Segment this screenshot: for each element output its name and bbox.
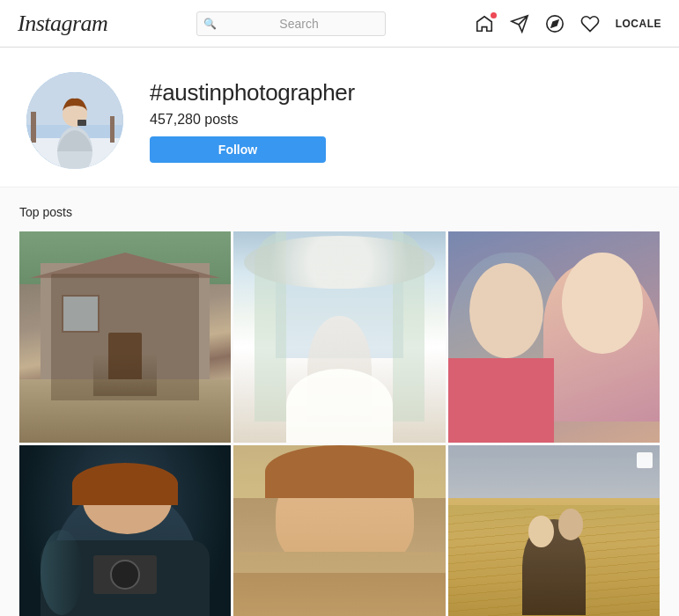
nav-icons: LOCALE [475, 14, 661, 33]
top-posts-section: Top posts [0, 187, 679, 616]
post-overlay [233, 231, 445, 443]
post-overlay [19, 231, 231, 443]
avatar [26, 72, 123, 169]
post-item[interactable] [233, 231, 445, 443]
post-item[interactable] [448, 231, 660, 443]
profile-info: #austinphotographer 457,280 posts Follow [150, 79, 355, 163]
post-overlay [448, 445, 660, 616]
compass-icon[interactable] [545, 14, 565, 33]
svg-rect-7 [110, 116, 114, 143]
search-input[interactable] [196, 11, 386, 36]
post-overlay [448, 231, 660, 443]
header: Instagram 🔍 LOCALE [0, 0, 679, 48]
top-posts-label: Top posts [19, 205, 660, 219]
post-overlay [19, 445, 231, 616]
locale-label: LOCALE [616, 18, 661, 30]
instagram-logo[interactable]: Instagram [18, 11, 107, 37]
post-item[interactable] [19, 231, 231, 443]
search-container: 🔍 [196, 11, 386, 36]
svg-rect-6 [31, 112, 36, 143]
svg-marker-1 [551, 20, 558, 27]
svg-rect-10 [77, 120, 86, 126]
post-item[interactable] [233, 445, 445, 616]
post-item[interactable] [448, 445, 660, 616]
profile-section: #austinphotographer 457,280 posts Follow [0, 48, 679, 187]
home-icon[interactable] [475, 14, 494, 33]
send-icon[interactable] [510, 14, 529, 33]
follow-button[interactable]: Follow [150, 136, 326, 163]
locale-button[interactable]: LOCALE [616, 18, 661, 30]
hashtag-title: #austinphotographer [150, 79, 355, 106]
heart-icon[interactable] [580, 14, 600, 33]
post-badge [637, 452, 653, 468]
post-item[interactable] [19, 445, 231, 616]
posts-count: 457,280 posts [150, 112, 355, 128]
notification-dot [491, 12, 497, 18]
post-overlay [233, 445, 445, 616]
avatar-image [26, 72, 123, 169]
posts-grid [19, 231, 660, 616]
